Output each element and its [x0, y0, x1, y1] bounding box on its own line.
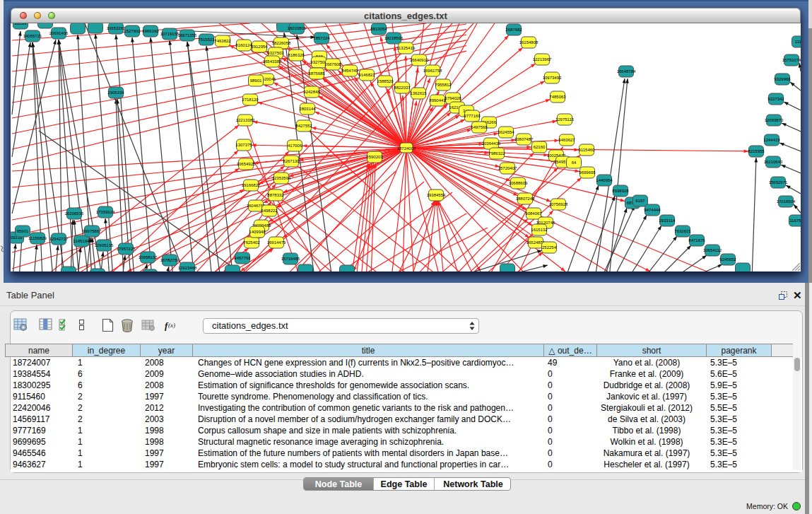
svg-text:19218506: 19218506 — [384, 36, 404, 40]
svg-text:2905334: 2905334 — [107, 90, 124, 95]
svg-text:1117: 1117 — [795, 40, 801, 44]
svg-text:12353594: 12353594 — [272, 176, 291, 180]
svg-text:5498222: 5498222 — [261, 209, 278, 213]
svg-text:7485063: 7485063 — [549, 95, 566, 99]
svg-text:16640910: 16640910 — [410, 58, 429, 62]
svg-text:15720407: 15720407 — [498, 166, 517, 170]
svg-text:10719155: 10719155 — [160, 32, 180, 36]
svg-text:7986322: 7986322 — [488, 151, 505, 156]
svg-text:252254: 252254 — [542, 245, 557, 250]
svg-text:16914479: 16914479 — [267, 240, 286, 245]
svg-text:9197: 9197 — [635, 199, 645, 203]
svg-text:7857224: 7857224 — [313, 36, 330, 40]
svg-text:16961758: 16961758 — [423, 69, 442, 73]
svg-text:2803144: 2803144 — [299, 107, 316, 111]
svg-text:3912954: 3912954 — [251, 45, 268, 49]
svg-text:8427552: 8427552 — [295, 124, 312, 128]
svg-text:1307375: 1307375 — [235, 143, 252, 147]
svg-text:19384554: 19384554 — [427, 193, 446, 197]
svg-text:7515521: 7515521 — [198, 37, 215, 42]
svg-text:16543382: 16543382 — [263, 59, 282, 64]
svg-text:12942737: 12942737 — [49, 237, 69, 241]
svg-text:1615132: 1615132 — [531, 228, 548, 232]
svg-text:15751074: 15751074 — [782, 58, 801, 62]
svg-text:10756928: 10756928 — [549, 202, 568, 206]
svg-text:12093873: 12093873 — [765, 118, 784, 122]
svg-text:7955812: 7955812 — [435, 83, 452, 87]
svg-text:9474444: 9474444 — [644, 208, 661, 212]
svg-text:10653267: 10653267 — [107, 26, 126, 30]
svg-text:62160: 62160 — [534, 145, 546, 149]
svg-text:16033809: 16033809 — [288, 26, 307, 30]
svg-text:1362615: 1362615 — [410, 91, 427, 95]
svg-text:9227342: 9227342 — [767, 97, 784, 101]
svg-text:7632621: 7632621 — [674, 229, 691, 233]
svg-text:99975867: 99975867 — [83, 229, 102, 233]
svg-text:64: 64 — [572, 160, 577, 165]
svg-text:20691406: 20691406 — [49, 31, 69, 35]
svg-text:12975115: 12975115 — [555, 117, 575, 122]
svg-text:58226058: 58226058 — [272, 41, 291, 45]
svg-text:10807487: 10807487 — [514, 137, 534, 141]
svg-text:9084067: 9084067 — [525, 211, 542, 216]
svg-text:2590203: 2590203 — [366, 155, 383, 159]
svg-text:10688609: 10688609 — [509, 181, 528, 185]
svg-text:12213383: 12213383 — [236, 118, 255, 122]
svg-text:1244419: 1244419 — [763, 138, 780, 142]
svg-text:17359924: 17359924 — [96, 210, 115, 214]
svg-text:8471676: 8471676 — [688, 238, 705, 243]
svg-text:2687682: 2687682 — [505, 28, 522, 32]
svg-text:8215955: 8215955 — [748, 149, 765, 153]
svg-text:19166827: 19166827 — [242, 183, 261, 187]
svg-text:15716485: 15716485 — [281, 257, 300, 261]
svg-text:9463627: 9463627 — [558, 138, 575, 142]
svg-text:12923468: 12923468 — [178, 266, 197, 270]
svg-text:16648784: 16648784 — [617, 69, 636, 74]
svg-text:9457791: 9457791 — [234, 256, 251, 260]
svg-text:1527602: 1527602 — [124, 29, 141, 33]
svg-text:10958107: 10958107 — [139, 255, 158, 259]
svg-text:8990443: 8990443 — [429, 98, 446, 103]
svg-text:12905135: 12905135 — [95, 243, 114, 247]
svg-text:8822037: 8822037 — [394, 86, 411, 90]
svg-text:17016504: 17016504 — [777, 199, 796, 204]
svg-text:9242848: 9242848 — [303, 90, 320, 94]
svg-text:14055721: 14055721 — [23, 34, 42, 38]
svg-text:18724007: 18724007 — [397, 146, 416, 151]
svg-text:2718120: 2718120 — [242, 98, 259, 102]
svg-text:20364436: 20364436 — [482, 141, 501, 146]
svg-text:1588520: 1588520 — [377, 79, 394, 83]
svg-text:(x): (x) — [168, 322, 175, 329]
svg-text:16154808: 16154808 — [519, 40, 539, 45]
svg-text:8454749: 8454749 — [341, 69, 358, 73]
svg-text:2667608: 2667608 — [324, 62, 341, 66]
svg-text:98901: 98901 — [250, 78, 262, 83]
svg-text:9146821: 9146821 — [358, 73, 375, 77]
svg-text:116753: 116753 — [789, 218, 801, 223]
svg-text:12213967: 12213967 — [533, 57, 552, 62]
svg-text:10973493: 10973493 — [543, 76, 562, 80]
svg-text:7625402: 7625402 — [243, 240, 260, 245]
svg-text:8938928: 8938928 — [612, 189, 629, 193]
svg-text:2933114: 2933114 — [659, 218, 676, 223]
svg-text:6794028: 6794028 — [445, 96, 461, 100]
svg-text:16210643: 16210643 — [764, 160, 783, 164]
svg-text:6497568: 6497568 — [471, 125, 488, 129]
svg-text:16782759: 16782759 — [160, 258, 180, 262]
svg-text:9777169: 9777169 — [464, 114, 481, 118]
svg-text:8160124: 8160124 — [235, 43, 252, 47]
svg-text:20206536: 20206536 — [65, 211, 84, 216]
svg-text:8267130: 8267130 — [283, 159, 300, 163]
svg-text:9329966: 9329966 — [774, 77, 791, 81]
svg-text:9115460: 9115460 — [579, 148, 596, 152]
svg-text:15692971: 15692971 — [769, 180, 788, 185]
svg-text:11156829: 11156829 — [28, 236, 47, 240]
svg-text:3875685: 3875685 — [308, 71, 325, 76]
svg-text:11325419: 11325419 — [396, 46, 416, 50]
svg-text:417006: 417006 — [288, 144, 302, 148]
svg-text:8813054: 8813054 — [370, 27, 387, 31]
svg-text:7463822: 7463822 — [214, 39, 231, 43]
svg-text:9327503: 9327503 — [267, 51, 284, 55]
svg-text:6966160: 6966160 — [142, 29, 159, 33]
svg-text:1440954: 1440954 — [596, 178, 613, 182]
